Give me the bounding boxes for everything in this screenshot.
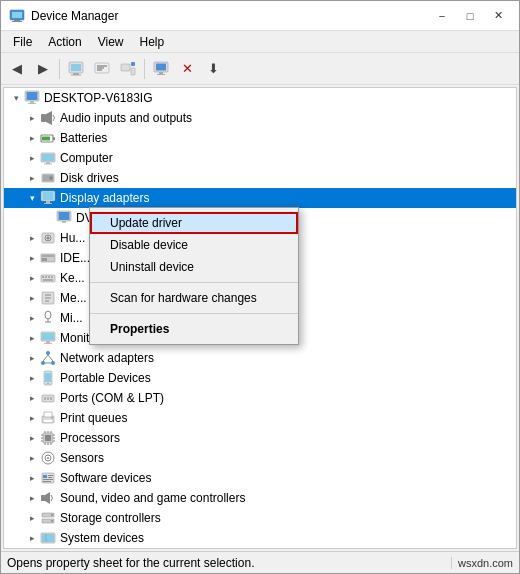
menu-action[interactable]: Action [40, 33, 89, 51]
window-icon [9, 8, 25, 24]
expander-monitors[interactable] [24, 330, 40, 346]
processors-label: Processors [60, 431, 120, 445]
svg-rect-12 [121, 64, 130, 71]
context-menu-scan-hardware[interactable]: Scan for hardware changes [90, 287, 298, 309]
expander-hu[interactable] [24, 230, 40, 246]
menu-file[interactable]: File [5, 33, 40, 51]
expander-ide[interactable] [24, 250, 40, 266]
expander-batteries[interactable] [24, 130, 40, 146]
tree-item-sound[interactable]: Sound, video and game controllers [4, 488, 516, 508]
expander-diskdrives[interactable] [24, 170, 40, 186]
tree-item-network[interactable]: Network adapters [4, 348, 516, 368]
expander-ke[interactable] [24, 270, 40, 286]
portable-label: Portable Devices [60, 371, 151, 385]
tree-item-system[interactable]: System devices [4, 528, 516, 548]
svg-rect-61 [46, 341, 50, 343]
svg-rect-14 [131, 68, 135, 75]
toolbar-back-button[interactable]: ◀ [5, 57, 29, 81]
expander-computercat[interactable] [24, 150, 40, 166]
mi-icon [40, 310, 56, 326]
ide-label: IDE... [60, 251, 90, 265]
expander-storage[interactable] [24, 510, 40, 526]
expander-mi[interactable] [24, 310, 40, 326]
tree-item-processors[interactable]: Processors [4, 428, 516, 448]
svg-rect-53 [51, 276, 53, 278]
svg-line-66 [43, 355, 48, 361]
svg-rect-54 [43, 279, 53, 281]
expander-print[interactable] [24, 410, 40, 426]
tree-item-sensors[interactable]: Sensors [4, 448, 516, 468]
maximize-button[interactable]: □ [457, 6, 483, 26]
context-menu-separator-2 [90, 313, 298, 314]
tree-item-computercat[interactable]: Computer [4, 148, 516, 168]
svg-marker-104 [45, 492, 50, 504]
diskdrives-icon [40, 170, 56, 186]
menu-bar: File Action View Help [1, 31, 519, 53]
display-label: Display adapters [60, 191, 149, 205]
toolbar-update-button[interactable] [90, 57, 114, 81]
expander-me[interactable] [24, 290, 40, 306]
storage-label: Storage controllers [60, 511, 161, 525]
svg-point-71 [47, 383, 48, 384]
tree-item-computer[interactable]: DESKTOP-V6183IG [4, 88, 516, 108]
svg-rect-52 [48, 276, 50, 278]
minimize-button[interactable]: − [429, 6, 455, 26]
context-menu-uninstall-device[interactable]: Uninstall device [90, 256, 298, 278]
hu-icon [40, 230, 56, 246]
computer-label: DESKTOP-V6183IG [44, 91, 153, 105]
context-menu-separator-1 [90, 282, 298, 283]
tree-item-portable[interactable]: Portable Devices [4, 368, 516, 388]
expander-system[interactable] [24, 530, 40, 546]
toolbar: ◀ ▶ [1, 53, 519, 85]
svg-point-96 [47, 457, 49, 459]
expander-ports[interactable] [24, 390, 40, 406]
context-menu-update-driver[interactable]: Update driver [90, 212, 298, 234]
expander-processors[interactable] [24, 430, 40, 446]
ke-label: Ke... [60, 271, 85, 285]
expander-sensors[interactable] [24, 450, 40, 466]
tree-item-software[interactable]: Software devices [4, 468, 516, 488]
expander-sound[interactable] [24, 490, 40, 506]
svg-rect-31 [44, 164, 52, 165]
svg-rect-98 [43, 475, 47, 478]
menu-view[interactable]: View [90, 33, 132, 51]
context-menu-disable-device[interactable]: Disable device [90, 234, 298, 256]
tree-item-batteries[interactable]: Batteries [4, 128, 516, 148]
svg-point-79 [51, 417, 53, 419]
toolbar-forward-button[interactable]: ▶ [31, 57, 55, 81]
svg-rect-29 [42, 154, 54, 161]
svg-rect-110 [42, 534, 54, 542]
svg-rect-41 [59, 212, 70, 220]
expander-network[interactable] [24, 350, 40, 366]
toolbar-properties-button[interactable] [64, 57, 88, 81]
svg-point-107 [51, 514, 53, 516]
svg-rect-70 [45, 373, 51, 382]
tree-item-display[interactable]: Display adapters [4, 188, 516, 208]
display-icon [40, 190, 56, 206]
expander-display[interactable] [24, 190, 40, 206]
svg-rect-1 [12, 12, 22, 18]
svg-point-64 [41, 361, 45, 365]
close-button[interactable]: ✕ [485, 6, 511, 26]
menu-help[interactable]: Help [132, 33, 173, 51]
expander-audio[interactable] [24, 110, 40, 126]
tree-item-diskdrives[interactable]: Disk drives [4, 168, 516, 188]
toolbar-delete-button[interactable]: ✕ [175, 57, 199, 81]
expander-computer[interactable] [8, 90, 24, 106]
toolbar-scan-button[interactable] [116, 57, 140, 81]
tree-item-ports[interactable]: Ports (COM & LPT) [4, 388, 516, 408]
toolbar-monitor-button[interactable] [149, 57, 173, 81]
tree-item-print[interactable]: Print queues [4, 408, 516, 428]
toolbar-download-button[interactable]: ⬇ [201, 57, 225, 81]
ports-label: Ports (COM & LPT) [60, 391, 164, 405]
sound-label: Sound, video and game controllers [60, 491, 245, 505]
svg-rect-5 [71, 64, 81, 71]
svg-rect-18 [157, 74, 165, 75]
audio-icon [40, 110, 56, 126]
tree-item-usb[interactable]: Universal Serial Bus controllers [4, 548, 516, 549]
tree-item-audio[interactable]: Audio inputs and outputs [4, 108, 516, 128]
tree-item-storage[interactable]: Storage controllers [4, 508, 516, 528]
context-menu-properties[interactable]: Properties [90, 318, 298, 340]
expander-portable[interactable] [24, 370, 40, 386]
expander-software[interactable] [24, 470, 40, 486]
